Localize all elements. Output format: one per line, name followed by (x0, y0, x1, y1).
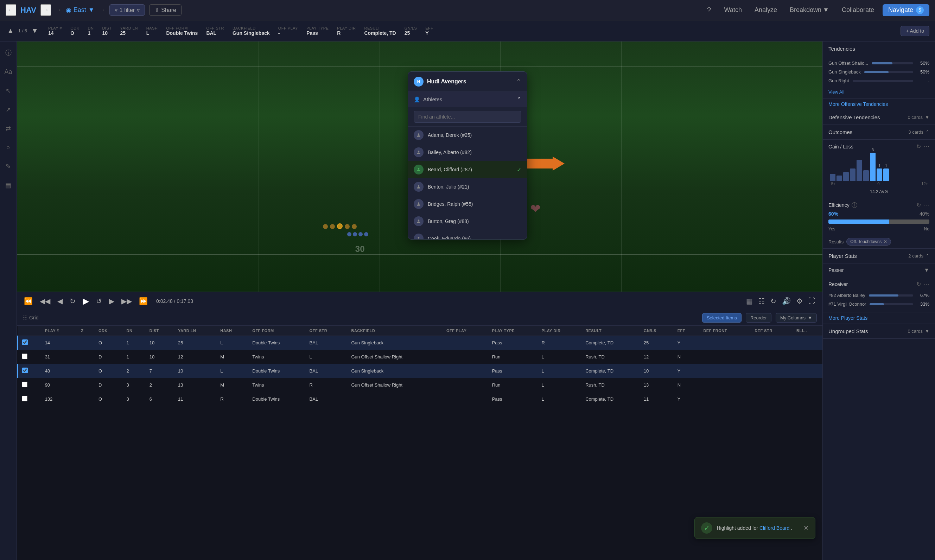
gain-loss-menu[interactable]: ⋯ (924, 143, 929, 150)
outcomes-header[interactable]: Outcomes 3 cards ⌃ (823, 125, 935, 139)
col-play-dir[interactable]: PLAY DIR (538, 326, 581, 336)
athletes-collapse-icon[interactable]: ⌃ (517, 96, 521, 103)
text-icon[interactable]: Aa (2, 65, 15, 78)
results-tag-remove[interactable]: ✕ (884, 239, 887, 244)
dropdown-close-button[interactable]: ⌃ (516, 78, 521, 86)
toast-link[interactable]: Clifford Beard (760, 525, 789, 531)
play-nav-down[interactable]: ▼ (30, 25, 40, 36)
receiver-menu[interactable]: ⋯ (924, 281, 929, 288)
skip-forward-button[interactable]: ⏩ (138, 295, 149, 307)
reorder-button[interactable]: Reorder (746, 313, 771, 323)
row-checkbox[interactable] (22, 368, 28, 373)
table-row[interactable]: 90 D 3 2 13 M Twins R Gun Offset Shallow… (18, 378, 823, 392)
slow-back-button[interactable]: ◀ (56, 295, 64, 307)
athlete-list-item[interactable]: Burton, Greg (#88) (408, 213, 527, 230)
col-def-front[interactable]: DEF FRONT (699, 326, 750, 336)
arrow-icon[interactable]: ↗ (3, 103, 14, 117)
row-checkbox-cell[interactable] (18, 364, 41, 378)
col-result[interactable]: RESULT (581, 326, 640, 336)
athlete-list-item[interactable]: Bridges, Ralph (#55) (408, 195, 527, 213)
col-off-form[interactable]: OFF FORM (248, 326, 305, 336)
help-button[interactable]: ? (703, 3, 716, 17)
analyze-button[interactable]: Analyze (750, 4, 781, 16)
play-nav-up[interactable]: ▲ (6, 25, 15, 36)
eraser-icon[interactable]: ▤ (3, 179, 14, 192)
brush-icon[interactable]: ✎ (3, 160, 14, 173)
passer-expand-icon[interactable]: ▼ (924, 267, 929, 273)
row-checkbox[interactable] (22, 396, 28, 402)
nav-forward-button[interactable]: → (40, 4, 51, 16)
play-button[interactable]: ▶ (81, 295, 91, 308)
selected-items-button[interactable]: Selected Items (702, 313, 741, 323)
row-checkbox-cell[interactable] (18, 378, 41, 392)
my-columns-button[interactable]: My Columns ▼ (776, 313, 817, 323)
line-icon[interactable]: ↖ (3, 84, 14, 97)
fullscreen-button[interactable]: ⛶ (807, 295, 817, 306)
receiver-refresh[interactable]: ↻ (917, 281, 921, 288)
gain-loss-refresh[interactable]: ↻ (917, 143, 921, 150)
athlete-list-item[interactable]: Bailey, Alberto (#82) (408, 144, 527, 161)
breakdown-button[interactable]: Breakdown ▼ (786, 4, 834, 16)
tendencies-header[interactable]: Tendencies (823, 42, 935, 56)
repeat-forward-button[interactable]: ↺ (95, 295, 103, 307)
view-all-link[interactable]: View All (823, 88, 935, 98)
col-off-str[interactable]: OFF STR (305, 326, 347, 336)
table-row[interactable]: 132 O 3 6 11 R Double Twins BAL Pass L C… (18, 392, 823, 406)
table-row[interactable]: 14 O 1 10 25 L Double Twins BAL Gun Sing… (18, 335, 823, 350)
athlete-search-input[interactable] (414, 111, 521, 123)
skip-back-button[interactable]: ⏪ (23, 295, 34, 307)
volume-button[interactable]: 🔊 (781, 295, 792, 307)
more-player-stats-link[interactable]: More Player Stats (823, 312, 935, 324)
route-icon[interactable]: ⇄ (3, 122, 14, 135)
table-row[interactable]: 31 D 1 10 12 M Twins L Gun Offset Shallo… (18, 350, 823, 364)
defensive-tendencies-header[interactable]: Defensive Tendencies 0 cards ▼ (823, 110, 935, 125)
playlist-button[interactable]: ☷ (757, 295, 766, 307)
share-button[interactable]: ⇧ Share (149, 4, 181, 16)
grid-view-button[interactable]: ▦ (745, 295, 754, 307)
col-odk[interactable]: ODK (94, 326, 122, 336)
col-dn[interactable]: DN (122, 326, 145, 336)
col-def-str[interactable]: DEF STR (750, 326, 792, 336)
row-checkbox-cell[interactable] (18, 350, 41, 364)
col-z[interactable]: Z (77, 326, 94, 336)
step-forward-button[interactable]: ▶▶ (120, 295, 133, 307)
col-gn-ls[interactable]: GN/LS (640, 326, 673, 336)
col-eff[interactable]: EFF (673, 326, 699, 336)
step-back-button[interactable]: ◀◀ (38, 295, 52, 307)
col-off-play[interactable]: OFF PLAY (442, 326, 488, 336)
athlete-list-item[interactable]: Adams, Derek (#25) (408, 127, 527, 144)
athlete-list-item[interactable]: Beard, Clifford (#87) ✓ (408, 161, 527, 178)
slow-forward-button[interactable]: ▶ (108, 295, 116, 307)
collaborate-button[interactable]: Collaborate (838, 4, 878, 16)
col-backfield[interactable]: BACKFIELD (347, 326, 442, 336)
row-checkbox[interactable] (22, 354, 28, 359)
circle-icon[interactable]: ○ (3, 141, 13, 154)
athlete-list-item[interactable]: Cook, Eduardo (#6) (408, 230, 527, 239)
filter-button[interactable]: ▿ 1 filter ▿ (109, 4, 145, 16)
repeat-button[interactable]: ↻ (68, 295, 77, 307)
toast-close-button[interactable]: ✕ (803, 524, 809, 532)
efficiency-refresh[interactable]: ↻ (917, 202, 921, 208)
nav-back-button[interactable]: ← (6, 4, 16, 16)
refresh-button[interactable]: ↻ (769, 295, 778, 307)
col-yard-ln[interactable]: YARD LN (174, 326, 216, 336)
row-checkbox[interactable] (22, 340, 28, 345)
player-stats-header[interactable]: Player Stats 2 cards ⌃ (823, 249, 935, 263)
row-checkbox[interactable] (22, 382, 28, 387)
info-icon[interactable]: ⓘ (3, 46, 14, 60)
watch-button[interactable]: Watch (720, 4, 746, 16)
more-offensive-tendencies-link[interactable]: More Offensive Tendencies (823, 98, 935, 110)
table-row[interactable]: 48 O 2 7 10 L Double Twins BAL Gun Singl… (18, 364, 823, 378)
ungrouped-stats-header[interactable]: Ungrouped Stats 0 cards ▼ (823, 324, 935, 338)
efficiency-menu[interactable]: ⋯ (924, 202, 929, 208)
add-to-button[interactable]: + Add to (901, 26, 929, 36)
row-checkbox-cell[interactable] (18, 392, 41, 406)
col-hash[interactable]: HASH (216, 326, 248, 336)
col-play-type[interactable]: PLAY TYPE (488, 326, 538, 336)
col-dist[interactable]: DIST (145, 326, 174, 336)
col-play-num[interactable]: PLAY # (41, 326, 77, 336)
col-bli[interactable]: BLI... (792, 326, 823, 336)
row-checkbox-cell[interactable] (18, 335, 41, 350)
navigate-button[interactable]: Navigate 5 (883, 4, 929, 16)
settings-button[interactable]: ⚙ (795, 295, 804, 307)
